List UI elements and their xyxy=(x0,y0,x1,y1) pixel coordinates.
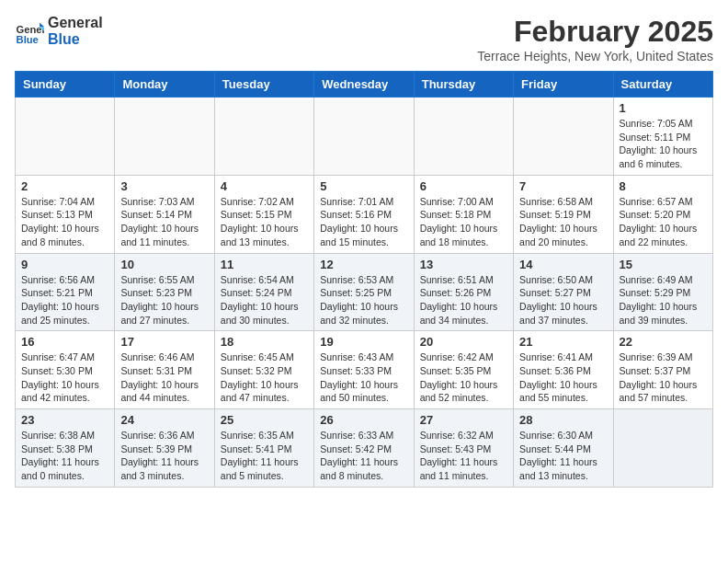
day-number: 24 xyxy=(120,413,208,427)
day-info: Sunrise: 6:39 AM Sunset: 5:37 PM Dayligh… xyxy=(620,350,707,405)
day-number: 8 xyxy=(620,179,707,193)
calendar-cell xyxy=(613,409,712,488)
logo: General Blue General Blue xyxy=(15,15,103,47)
day-info: Sunrise: 7:05 AM Sunset: 5:11 PM Dayligh… xyxy=(620,117,707,171)
day-number: 10 xyxy=(120,258,208,271)
calendar-cell: 4Sunrise: 7:02 AM Sunset: 5:15 PM Daylig… xyxy=(214,175,313,253)
calendar-week-row: 1Sunrise: 7:05 AM Sunset: 5:11 PM Daylig… xyxy=(16,98,713,176)
day-info: Sunrise: 6:30 AM Sunset: 5:44 PM Dayligh… xyxy=(519,429,607,483)
day-info: Sunrise: 6:43 AM Sunset: 5:33 PM Dayligh… xyxy=(320,350,407,405)
day-info: Sunrise: 6:51 AM Sunset: 5:26 PM Dayligh… xyxy=(420,273,507,327)
svg-text:Blue: Blue xyxy=(17,33,39,44)
calendar-week-row: 9Sunrise: 6:56 AM Sunset: 5:21 PM Daylig… xyxy=(16,253,713,331)
calendar-cell: 15Sunrise: 6:49 AM Sunset: 5:29 PM Dayli… xyxy=(613,253,712,331)
day-info: Sunrise: 6:46 AM Sunset: 5:31 PM Dayligh… xyxy=(120,350,208,405)
day-number: 12 xyxy=(320,258,407,271)
day-number: 6 xyxy=(420,179,507,193)
weekday-header-sunday: Sunday xyxy=(16,72,115,98)
calendar-cell: 25Sunrise: 6:35 AM Sunset: 5:41 PM Dayli… xyxy=(214,409,313,488)
day-info: Sunrise: 6:50 AM Sunset: 5:27 PM Dayligh… xyxy=(519,273,607,327)
calendar-cell: 8Sunrise: 6:57 AM Sunset: 5:20 PM Daylig… xyxy=(613,175,712,253)
calendar-cell: 9Sunrise: 6:56 AM Sunset: 5:21 PM Daylig… xyxy=(16,253,115,331)
day-number: 11 xyxy=(221,258,308,271)
day-number: 13 xyxy=(420,258,507,271)
calendar-cell xyxy=(514,98,613,176)
day-info: Sunrise: 6:38 AM Sunset: 5:38 PM Dayligh… xyxy=(21,429,108,483)
day-number: 4 xyxy=(221,179,308,193)
calendar-cell: 26Sunrise: 6:33 AM Sunset: 5:42 PM Dayli… xyxy=(314,409,414,488)
day-info: Sunrise: 7:04 AM Sunset: 5:13 PM Dayligh… xyxy=(21,195,108,249)
day-info: Sunrise: 6:35 AM Sunset: 5:41 PM Dayligh… xyxy=(221,429,308,483)
calendar-cell: 10Sunrise: 6:55 AM Sunset: 5:23 PM Dayli… xyxy=(115,253,214,331)
weekday-header-thursday: Thursday xyxy=(414,72,513,98)
weekday-header-wednesday: Wednesday xyxy=(314,72,414,98)
calendar-week-row: 2Sunrise: 7:04 AM Sunset: 5:13 PM Daylig… xyxy=(16,175,713,253)
day-number: 1 xyxy=(620,101,707,115)
logo-blue: Blue xyxy=(48,31,103,48)
calendar-cell: 23Sunrise: 6:38 AM Sunset: 5:38 PM Dayli… xyxy=(16,409,115,488)
calendar-cell: 24Sunrise: 6:36 AM Sunset: 5:39 PM Dayli… xyxy=(115,409,214,488)
day-number: 9 xyxy=(21,258,108,271)
calendar-cell: 11Sunrise: 6:54 AM Sunset: 5:24 PM Dayli… xyxy=(214,253,313,331)
calendar-cell: 20Sunrise: 6:42 AM Sunset: 5:35 PM Dayli… xyxy=(414,331,513,409)
day-info: Sunrise: 6:55 AM Sunset: 5:23 PM Dayligh… xyxy=(120,273,208,327)
header: General Blue General Blue February 2025 … xyxy=(15,15,713,63)
day-number: 16 xyxy=(21,335,108,349)
calendar-cell xyxy=(214,98,313,176)
calendar-cell: 27Sunrise: 6:32 AM Sunset: 5:43 PM Dayli… xyxy=(414,409,513,488)
day-number: 14 xyxy=(519,258,607,271)
day-number: 25 xyxy=(221,413,308,427)
calendar-cell: 3Sunrise: 7:03 AM Sunset: 5:14 PM Daylig… xyxy=(115,175,214,253)
weekday-header-monday: Monday xyxy=(115,72,214,98)
weekday-header-friday: Friday xyxy=(514,72,613,98)
day-number: 19 xyxy=(320,335,407,349)
day-number: 26 xyxy=(320,413,407,427)
calendar-week-row: 23Sunrise: 6:38 AM Sunset: 5:38 PM Dayli… xyxy=(16,409,713,488)
day-number: 17 xyxy=(120,335,208,349)
calendar-cell: 7Sunrise: 6:58 AM Sunset: 5:19 PM Daylig… xyxy=(514,175,613,253)
calendar-cell: 17Sunrise: 6:46 AM Sunset: 5:31 PM Dayli… xyxy=(115,331,214,409)
calendar: SundayMondayTuesdayWednesdayThursdayFrid… xyxy=(15,71,713,488)
calendar-cell xyxy=(414,98,513,176)
calendar-cell: 28Sunrise: 6:30 AM Sunset: 5:44 PM Dayli… xyxy=(514,409,613,488)
title-section: February 2025 Terrace Heights, New York,… xyxy=(477,15,713,63)
day-number: 5 xyxy=(320,179,407,193)
day-number: 15 xyxy=(620,258,707,271)
calendar-cell: 14Sunrise: 6:50 AM Sunset: 5:27 PM Dayli… xyxy=(514,253,613,331)
day-number: 7 xyxy=(519,179,607,193)
day-info: Sunrise: 6:32 AM Sunset: 5:43 PM Dayligh… xyxy=(420,429,507,483)
calendar-cell: 16Sunrise: 6:47 AM Sunset: 5:30 PM Dayli… xyxy=(16,331,115,409)
day-number: 2 xyxy=(21,179,108,193)
calendar-cell: 5Sunrise: 7:01 AM Sunset: 5:16 PM Daylig… xyxy=(314,175,414,253)
day-info: Sunrise: 6:45 AM Sunset: 5:32 PM Dayligh… xyxy=(221,350,308,405)
calendar-cell xyxy=(115,98,214,176)
weekday-header-tuesday: Tuesday xyxy=(214,72,313,98)
day-number: 22 xyxy=(620,335,707,349)
calendar-cell xyxy=(314,98,414,176)
day-info: Sunrise: 6:36 AM Sunset: 5:39 PM Dayligh… xyxy=(120,429,208,483)
day-info: Sunrise: 7:02 AM Sunset: 5:15 PM Dayligh… xyxy=(221,195,308,249)
calendar-week-row: 16Sunrise: 6:47 AM Sunset: 5:30 PM Dayli… xyxy=(16,331,713,409)
weekday-header-saturday: Saturday xyxy=(613,72,712,98)
calendar-cell: 18Sunrise: 6:45 AM Sunset: 5:32 PM Dayli… xyxy=(214,331,313,409)
calendar-cell: 13Sunrise: 6:51 AM Sunset: 5:26 PM Dayli… xyxy=(414,253,513,331)
month-year: February 2025 xyxy=(477,15,713,49)
calendar-cell: 12Sunrise: 6:53 AM Sunset: 5:25 PM Dayli… xyxy=(314,253,414,331)
day-info: Sunrise: 6:58 AM Sunset: 5:19 PM Dayligh… xyxy=(519,195,607,249)
day-number: 21 xyxy=(519,335,607,349)
calendar-cell: 6Sunrise: 7:00 AM Sunset: 5:18 PM Daylig… xyxy=(414,175,513,253)
day-number: 3 xyxy=(120,179,208,193)
day-info: Sunrise: 6:41 AM Sunset: 5:36 PM Dayligh… xyxy=(519,350,607,405)
day-info: Sunrise: 6:53 AM Sunset: 5:25 PM Dayligh… xyxy=(320,273,407,327)
day-info: Sunrise: 6:47 AM Sunset: 5:30 PM Dayligh… xyxy=(21,350,108,405)
day-info: Sunrise: 6:49 AM Sunset: 5:29 PM Dayligh… xyxy=(620,273,707,327)
day-info: Sunrise: 7:00 AM Sunset: 5:18 PM Dayligh… xyxy=(420,195,507,249)
day-number: 27 xyxy=(420,413,507,427)
logo-icon: General Blue xyxy=(15,17,44,46)
day-info: Sunrise: 6:42 AM Sunset: 5:35 PM Dayligh… xyxy=(420,350,507,405)
day-info: Sunrise: 6:56 AM Sunset: 5:21 PM Dayligh… xyxy=(21,273,108,327)
calendar-cell: 22Sunrise: 6:39 AM Sunset: 5:37 PM Dayli… xyxy=(613,331,712,409)
location: Terrace Heights, New York, United States xyxy=(477,49,713,63)
calendar-cell: 21Sunrise: 6:41 AM Sunset: 5:36 PM Dayli… xyxy=(514,331,613,409)
day-number: 18 xyxy=(221,335,308,349)
